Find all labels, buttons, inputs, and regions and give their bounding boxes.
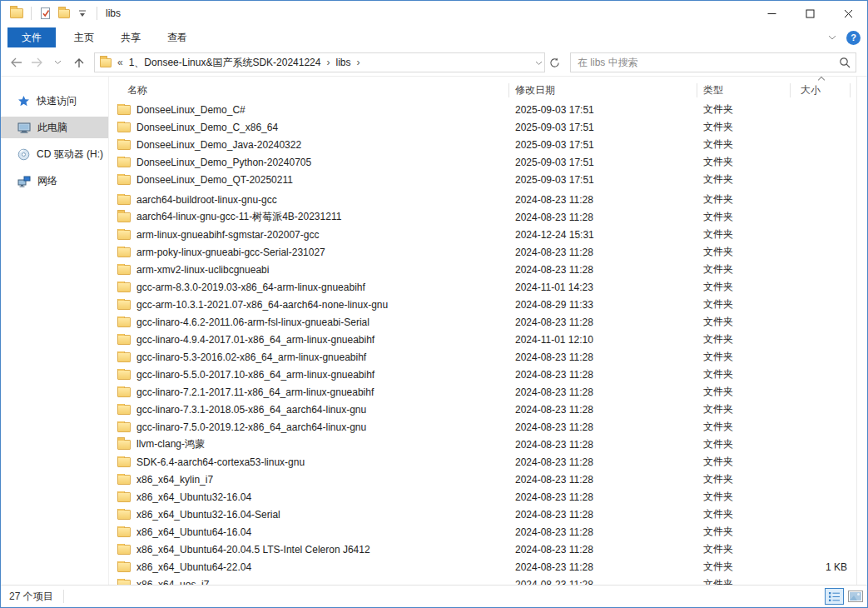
folder-icon: [117, 457, 131, 467]
file-name-cell[interactable]: x86_x64_Ubuntu64-16.04: [109, 526, 509, 538]
file-name-cell[interactable]: x86_x64_kylin_i7: [109, 474, 509, 486]
file-name-cell[interactable]: gcc-linaro-5.3-2016.02-x86_64_arm-linux-…: [109, 351, 509, 363]
file-row[interactable]: arm-linux-gnueabihf-sgmstar-202007-gcc 2…: [109, 226, 867, 243]
breadcrumb-prefix[interactable]: «: [117, 57, 123, 68]
breadcrumb-current[interactable]: libs: [335, 57, 350, 68]
file-row[interactable]: gcc-linaro-7.5.0-2019.12-x86_64_aarch64-…: [109, 418, 867, 436]
sidebar-item-cd-drive[interactable]: CD 驱动器 (H:): [1, 143, 108, 165]
file-name-cell[interactable]: gcc-linaro-4.6.2-2011.06-arm-fsl-linux-g…: [109, 316, 509, 328]
file-name-cell[interactable]: arm-linux-gnueabihf-sgmstar-202007-gcc: [109, 229, 509, 241]
file-row[interactable]: DonseeLinux_Demo_C# 2025-09-03 17:51 文件夹: [109, 101, 867, 118]
file-name-cell[interactable]: DonseeLinux_Demo_C#: [109, 104, 509, 116]
ribbon-expand-chevron-icon[interactable]: [828, 32, 836, 43]
file-name-cell[interactable]: aarch64-linux-gnu-gcc-11-树莓派4B-20231211: [109, 210, 509, 224]
breadcrumb-separator[interactable]: ›: [326, 57, 330, 68]
minimize-button[interactable]: [752, 1, 791, 26]
file-row[interactable]: gcc-linaro-4.6.2-2011.06-arm-fsl-linux-g…: [109, 313, 867, 331]
address-dropdown-chevron-icon[interactable]: [535, 57, 543, 68]
file-row[interactable]: gcc-arm-8.3.0-2019.03-x86_64-arm-linux-g…: [109, 278, 867, 296]
file-name-cell[interactable]: gcc-arm-10.3.1-2021.07-x86_64-aarch64-no…: [109, 299, 509, 311]
file-row[interactable]: DonseeLinux_Demo_Java-20240322 2025-09-0…: [109, 136, 867, 153]
file-row[interactable]: x86_x64_uos_i7 2024-08-23 11:28 文件夹: [109, 576, 867, 585]
file-name-cell[interactable]: x86_x64_Ubuntu32-16.04-Serial: [109, 509, 509, 521]
sidebar-item-network[interactable]: 网络: [1, 170, 108, 192]
file-name-cell[interactable]: gcc-linaro-7.2.1-2017.11-x86_64_arm-linu…: [109, 386, 509, 398]
file-date: 2024-08-23 11:28: [509, 404, 697, 416]
new-folder-icon[interactable]: [55, 4, 73, 22]
file-row[interactable]: aarch64-buildroot-linux-gnu-gcc 2024-08-…: [109, 191, 867, 208]
sidebar-item-this-pc[interactable]: 此电脑: [1, 117, 108, 138]
refresh-icon[interactable]: [545, 52, 563, 72]
file-row[interactable]: arm-xmv2-linux-uclibcgnueabi 2024-08-23 …: [109, 261, 867, 278]
column-header-size[interactable]: 大小: [791, 83, 851, 97]
help-icon[interactable]: ?: [846, 31, 861, 45]
file-name-cell[interactable]: gcc-arm-8.3.0-2019.03-x86_64-arm-linux-g…: [109, 282, 509, 293]
file-row[interactable]: x86_x64_Ubuntu64-20.04.5 LTS-Intel Celer…: [109, 541, 867, 558]
file-name-cell[interactable]: x86_x64_Ubuntu32-16.04: [109, 491, 509, 503]
back-icon[interactable]: [6, 52, 27, 73]
column-header-date[interactable]: 修改日期: [509, 83, 697, 97]
file-row[interactable]: arm-poky-linux-gnueabi-gcc-Serial-231027…: [109, 243, 867, 261]
file-name-cell[interactable]: gcc-linaro-5.5.0-2017.10-x86_64_arm-linu…: [109, 369, 509, 381]
file-row[interactable]: gcc-linaro-7.3.1-2018.05-x86_64_aarch64-…: [109, 401, 867, 418]
maximize-button[interactable]: [791, 1, 829, 26]
file-name-cell[interactable]: arm-xmv2-linux-uclibcgnueabi: [109, 264, 509, 276]
address-bar[interactable]: « 1、Donsee-Linux&国产系统SDK-20241224 › libs…: [94, 52, 545, 72]
file-name: DonseeLinux_Demo_C_x86_64: [136, 122, 278, 133]
file-row[interactable]: gcc-linaro-5.5.0-2017.10-x86_64_arm-linu…: [109, 366, 867, 383]
file-name-cell[interactable]: gcc-linaro-7.5.0-2019.12-x86_64_aarch64-…: [109, 421, 509, 433]
file-name-cell[interactable]: llvm-clang-鸿蒙: [109, 437, 509, 451]
file-row[interactable]: DonseeLinux_Demo_Python-20240705 2025-09…: [109, 153, 867, 171]
file-row[interactable]: llvm-clang-鸿蒙 2024-08-23 11:28 文件夹: [109, 436, 867, 453]
column-header-type[interactable]: 类型: [697, 83, 791, 97]
vertical-scrollbar[interactable]: [856, 77, 867, 585]
file-row[interactable]: aarch64-linux-gnu-gcc-11-树莓派4B-20231211 …: [109, 208, 867, 226]
file-name-cell[interactable]: SDK-6.4-aarch64-cortexa53-linux-gnu: [109, 456, 509, 468]
tab-share[interactable]: 共享: [107, 27, 154, 47]
file-name-cell[interactable]: x86_x64_Ubuntu64-22.04: [109, 561, 509, 573]
file-row[interactable]: gcc-linaro-7.2.1-2017.11-x86_64_arm-linu…: [109, 383, 867, 401]
file-row[interactable]: gcc-linaro-5.3-2016.02-x86_64_arm-linux-…: [109, 348, 867, 366]
forward-icon[interactable]: [27, 52, 47, 73]
file-name-cell[interactable]: DonseeLinux_Demo_Java-20240322: [109, 139, 509, 151]
details-view-button[interactable]: [825, 588, 844, 605]
file-name-cell[interactable]: DonseeLinux_Demo_C_x86_64: [109, 122, 509, 133]
up-icon[interactable]: [68, 52, 89, 73]
file-name-cell[interactable]: x86_x64_Ubuntu64-20.04.5 LTS-Intel Celer…: [109, 544, 509, 556]
folder-icon: [117, 230, 131, 240]
file-row[interactable]: DonseeLinux_Demo_QT-20250211 2025-09-03 …: [109, 171, 867, 188]
file-row[interactable]: SDK-6.4-aarch64-cortexa53-linux-gnu 2024…: [109, 453, 867, 471]
search-icon[interactable]: [834, 57, 856, 68]
tab-home[interactable]: 主页: [61, 27, 107, 47]
recent-locations-chevron-icon[interactable]: [47, 52, 68, 73]
file-name-cell[interactable]: x86_x64_uos_i7: [109, 579, 509, 586]
file-row[interactable]: x86_x64_kylin_i7 2024-08-23 11:28 文件夹: [109, 471, 867, 488]
tab-file[interactable]: 文件: [7, 27, 56, 47]
file-name-cell[interactable]: DonseeLinux_Demo_Python-20240705: [109, 157, 509, 168]
close-button[interactable]: [829, 1, 867, 26]
file-name-cell[interactable]: arm-poky-linux-gnueabi-gcc-Serial-231027: [109, 247, 509, 258]
folder-icon: [117, 440, 131, 450]
file-row[interactable]: x86_x64_Ubuntu32-16.04-Serial 2024-08-23…: [109, 506, 867, 523]
file-row[interactable]: x86_x64_Ubuntu64-16.04 2024-08-23 11:28 …: [109, 523, 867, 541]
column-header-name[interactable]: 名称: [109, 83, 509, 97]
file-row[interactable]: gcc-linaro-4.9.4-2017.01-x86_64_arm-linu…: [109, 331, 867, 348]
file-row[interactable]: x86_x64_Ubuntu64-22.04 2024-08-23 11:28 …: [109, 558, 867, 576]
file-name-cell[interactable]: gcc-linaro-7.3.1-2018.05-x86_64_aarch64-…: [109, 404, 509, 416]
breadcrumb-separator[interactable]: ›: [357, 57, 360, 68]
thumbnail-view-button[interactable]: [846, 588, 865, 605]
search-input[interactable]: [571, 54, 834, 71]
breadcrumb-root[interactable]: 1、Donsee-Linux&国产系统SDK-20241224: [129, 56, 321, 70]
file-row[interactable]: DonseeLinux_Demo_C_x86_64 2025-09-03 17:…: [109, 118, 867, 136]
file-row[interactable]: x86_x64_Ubuntu32-16.04 2024-08-23 11:28 …: [109, 488, 867, 506]
app-icon[interactable]: [7, 4, 26, 22]
file-name-cell[interactable]: aarch64-buildroot-linux-gnu-gcc: [109, 194, 509, 206]
file-name-cell[interactable]: DonseeLinux_Demo_QT-20250211: [109, 174, 509, 186]
properties-check-icon[interactable]: [37, 4, 55, 22]
qat-customize-icon[interactable]: [73, 4, 92, 22]
file-name: gcc-arm-10.3.1-2021.07-x86_64-aarch64-no…: [136, 299, 388, 311]
file-name-cell[interactable]: gcc-linaro-4.9.4-2017.01-x86_64_arm-linu…: [109, 334, 509, 346]
file-row[interactable]: gcc-arm-10.3.1-2021.07-x86_64-aarch64-no…: [109, 296, 867, 313]
sidebar-item-quick-access[interactable]: 快速访问: [1, 90, 108, 112]
tab-view[interactable]: 查看: [154, 27, 201, 47]
